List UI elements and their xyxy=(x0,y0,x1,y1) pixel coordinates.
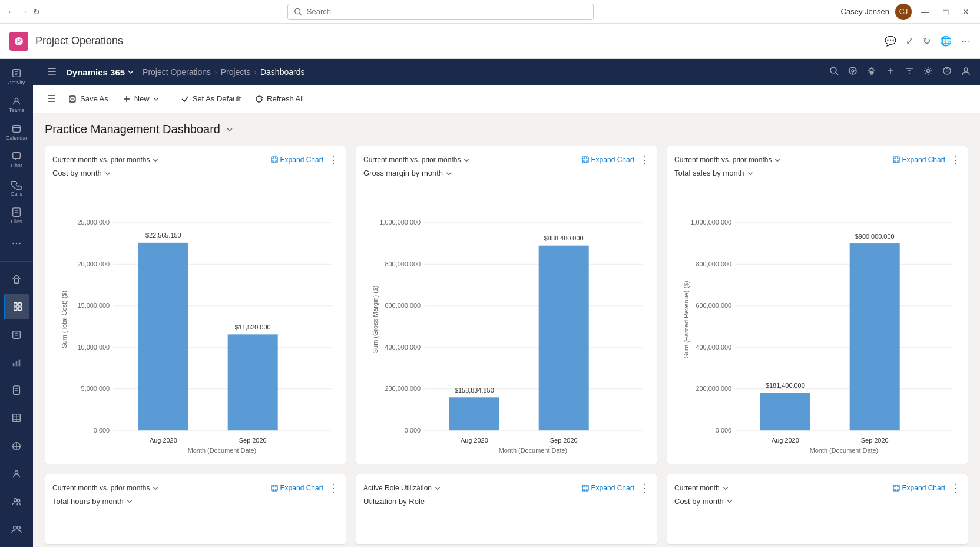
nav-target-icon[interactable] xyxy=(848,66,858,78)
sidebar-label-activity: Activity xyxy=(8,80,25,85)
chart-filter-6[interactable]: Current month xyxy=(674,484,729,492)
set-as-default-button[interactable]: Set As Default xyxy=(175,91,247,107)
sidebar-item-list[interactable] xyxy=(4,322,29,347)
expand-icon-1 xyxy=(271,156,278,163)
user-name: Casey Jensen xyxy=(841,7,889,16)
chart-header-4: Current month vs. prior months Expand Ch… xyxy=(52,482,339,495)
bar-aug2020-chart1[interactable] xyxy=(138,243,188,430)
chart-filter-5[interactable]: Active Role Utilization xyxy=(363,484,441,492)
more-options-icon[interactable]: ⋯ xyxy=(961,35,971,47)
dashboard-title-text: Practice Management Dashboard xyxy=(45,123,220,136)
nav-settings-icon[interactable] xyxy=(923,66,933,78)
chart-more-5[interactable]: ⋮ xyxy=(639,482,650,495)
svg-text:$11,520.000: $11,520.000 xyxy=(235,324,271,331)
bar-aug2020-chart3[interactable] xyxy=(760,393,810,430)
sidebar-item-chart[interactable] xyxy=(4,350,29,375)
sidebar-item-files[interactable]: Files xyxy=(4,203,29,228)
refresh-btn[interactable]: ↻ xyxy=(33,7,40,17)
sidebar-item-report[interactable] xyxy=(4,433,29,459)
bar-sep2020-chart1[interactable] xyxy=(228,334,278,430)
chart-subtitle-2[interactable]: Gross margin by month xyxy=(363,169,650,177)
expand-chart-btn-4[interactable]: Expand Chart xyxy=(271,484,323,492)
sidebar-item-group[interactable] xyxy=(4,517,29,542)
search-input[interactable] xyxy=(307,7,587,16)
filter-chevron-icon-4 xyxy=(152,485,159,492)
set-as-default-label: Set As Default xyxy=(193,94,241,103)
svg-text:0.000: 0.000 xyxy=(94,427,110,434)
sidebar-item-doc[interactable] xyxy=(4,378,29,403)
refresh-app-icon[interactable]: ↻ xyxy=(923,35,931,47)
chart-subtitle-1[interactable]: Cost by month xyxy=(52,169,339,177)
nav-help-icon[interactable]: ? xyxy=(942,66,952,78)
nav-plus-icon[interactable] xyxy=(886,66,895,78)
bar-sep2020-chart3[interactable] xyxy=(850,243,900,430)
chart-more-1[interactable]: ⋮ xyxy=(328,153,339,166)
chart-more-3[interactable]: ⋮ xyxy=(950,153,961,166)
chart-header-right-6: Expand Chart ⋮ xyxy=(893,482,961,495)
svg-text:10,000,000: 10,000,000 xyxy=(78,344,110,351)
chart-subtitle-4[interactable]: Total hours by month xyxy=(52,497,339,506)
sidebar-label-files: Files xyxy=(11,219,22,225)
svg-text:800,000,000: 800,000,000 xyxy=(696,261,731,268)
svg-rect-49 xyxy=(272,157,277,163)
dashboard-dropdown-icon[interactable] xyxy=(225,125,234,134)
search-bar[interactable] xyxy=(287,4,594,20)
sidebar-item-calls[interactable]: Calls xyxy=(4,175,29,200)
breadcrumb-project-ops[interactable]: Project Operations xyxy=(143,67,211,77)
chart-subtitle-text-5: Utilization by Role xyxy=(363,497,425,506)
bar-aug2020-chart2[interactable] xyxy=(449,397,499,430)
svg-text:Sep 2020: Sep 2020 xyxy=(239,437,267,444)
chart-filter-2[interactable]: Current month vs. prior months xyxy=(363,156,470,164)
expand-chart-btn-5[interactable]: Expand Chart xyxy=(582,484,634,492)
sidebar-item-person[interactable] xyxy=(4,461,29,486)
sidebar-item-calendar[interactable]: Calendar xyxy=(4,119,29,144)
chart-more-2[interactable]: ⋮ xyxy=(639,153,650,166)
sidebar-item-activity[interactable]: Activity xyxy=(4,64,29,89)
chart-filter-1[interactable]: Current month vs. prior months xyxy=(52,156,159,164)
chart-subtitle-6[interactable]: Cost by month xyxy=(674,497,961,506)
sidebar-item-table[interactable] xyxy=(4,406,29,431)
chart-svg-2: Sum (Gross Margin) ($) 0.000 200,000,000… xyxy=(363,182,650,457)
sidebar-item-dashboard[interactable] xyxy=(4,294,29,319)
hamburger-menu[interactable]: ☰ xyxy=(42,65,61,78)
search-icon xyxy=(294,8,302,16)
minimize-btn[interactable]: — xyxy=(918,6,933,18)
chart-subtitle-3[interactable]: Total sales by month xyxy=(674,169,961,177)
expand-chart-btn-1[interactable]: Expand Chart xyxy=(271,156,323,164)
chart-more-6[interactable]: ⋮ xyxy=(950,482,961,495)
chart-subtitle-5: Utilization by Role xyxy=(363,497,650,506)
sidebar-item-person2[interactable] xyxy=(4,489,29,515)
new-button[interactable]: New xyxy=(117,91,165,107)
nav-filter-icon[interactable] xyxy=(905,66,914,78)
expand-icon[interactable]: ⤢ xyxy=(906,35,913,47)
collapse-nav-btn[interactable]: ☰ xyxy=(42,93,60,104)
save-as-button[interactable]: Save As xyxy=(62,91,114,107)
back-btn[interactable]: ← xyxy=(7,7,15,17)
nav-user-icon[interactable] xyxy=(961,66,971,78)
refresh-all-button[interactable]: Refresh All xyxy=(249,91,310,107)
expand-chart-btn-6[interactable]: Expand Chart xyxy=(893,484,945,492)
globe-icon[interactable]: 🌐 xyxy=(940,35,952,47)
sidebar-item-chat[interactable]: Chat xyxy=(4,147,29,173)
nav-light-icon[interactable] xyxy=(867,66,876,78)
dynamics365-nav[interactable]: Dynamics 365 xyxy=(66,67,134,77)
chart-filter-4[interactable]: Current month vs. prior months xyxy=(52,484,159,492)
svg-line-1 xyxy=(299,13,302,15)
expand-icon-4 xyxy=(271,485,278,492)
sidebar-item-teams[interactable]: Teams xyxy=(4,91,29,117)
sidebar-item-more[interactable] xyxy=(4,230,29,256)
chart-filter-3[interactable]: Current month vs. prior months xyxy=(674,156,781,164)
chart-more-4[interactable]: ⋮ xyxy=(328,482,339,495)
close-btn[interactable]: ✕ xyxy=(959,6,973,18)
forward-btn[interactable]: → xyxy=(20,7,28,17)
breadcrumb-projects[interactable]: Projects xyxy=(221,67,251,77)
dashboard-area: Practice Management Dashboard Current mo… xyxy=(33,113,980,547)
bar-sep2020-chart2[interactable] xyxy=(539,246,589,430)
chat-icon[interactable]: 💬 xyxy=(885,35,896,47)
nav-search-icon[interactable] xyxy=(829,66,839,78)
sidebar-item-home[interactable] xyxy=(4,266,29,292)
expand-chart-btn-2[interactable]: Expand Chart xyxy=(582,156,634,164)
expand-chart-label-2: Expand Chart xyxy=(591,156,634,164)
expand-chart-btn-3[interactable]: Expand Chart xyxy=(893,156,945,164)
maximize-btn[interactable]: ◻ xyxy=(939,6,953,18)
